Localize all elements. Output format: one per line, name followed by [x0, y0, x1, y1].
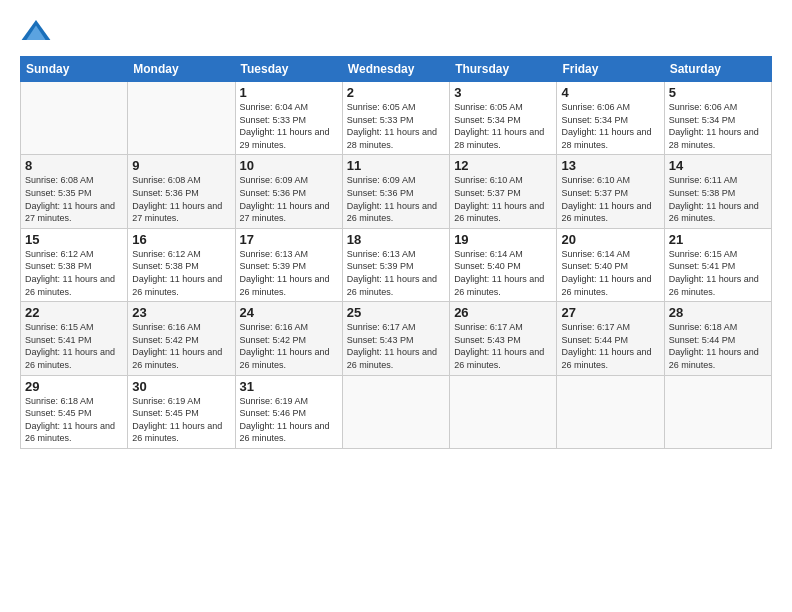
day-info: Sunrise: 6:06 AMSunset: 5:34 PMDaylight:… — [561, 101, 659, 151]
day-info: Sunrise: 6:05 AMSunset: 5:33 PMDaylight:… — [347, 101, 445, 151]
day-number: 9 — [132, 158, 230, 173]
day-info: Sunrise: 6:09 AMSunset: 5:36 PMDaylight:… — [347, 174, 445, 224]
calendar-cell: 13 Sunrise: 6:10 AMSunset: 5:37 PMDaylig… — [557, 155, 664, 228]
day-number: 26 — [454, 305, 552, 320]
calendar-cell: 17 Sunrise: 6:13 AMSunset: 5:39 PMDaylig… — [235, 228, 342, 301]
calendar-cell: 31 Sunrise: 6:19 AMSunset: 5:46 PMDaylig… — [235, 375, 342, 448]
day-info: Sunrise: 6:08 AMSunset: 5:35 PMDaylight:… — [25, 174, 123, 224]
day-number: 21 — [669, 232, 767, 247]
day-info: Sunrise: 6:09 AMSunset: 5:36 PMDaylight:… — [240, 174, 338, 224]
day-number: 16 — [132, 232, 230, 247]
logo-icon — [20, 16, 52, 48]
day-number: 29 — [25, 379, 123, 394]
day-info: Sunrise: 6:06 AMSunset: 5:34 PMDaylight:… — [669, 101, 767, 151]
calendar-cell — [450, 375, 557, 448]
day-header-thursday: Thursday — [450, 57, 557, 82]
day-number: 3 — [454, 85, 552, 100]
day-number: 27 — [561, 305, 659, 320]
day-info: Sunrise: 6:10 AMSunset: 5:37 PMDaylight:… — [561, 174, 659, 224]
day-number: 10 — [240, 158, 338, 173]
day-info: Sunrise: 6:08 AMSunset: 5:36 PMDaylight:… — [132, 174, 230, 224]
calendar-cell: 5 Sunrise: 6:06 AMSunset: 5:34 PMDayligh… — [664, 82, 771, 155]
calendar-cell: 1 Sunrise: 6:04 AMSunset: 5:33 PMDayligh… — [235, 82, 342, 155]
calendar-cell: 4 Sunrise: 6:06 AMSunset: 5:34 PMDayligh… — [557, 82, 664, 155]
day-info: Sunrise: 6:15 AMSunset: 5:41 PMDaylight:… — [25, 321, 123, 371]
day-number: 18 — [347, 232, 445, 247]
calendar-cell: 26 Sunrise: 6:17 AMSunset: 5:43 PMDaylig… — [450, 302, 557, 375]
day-number: 23 — [132, 305, 230, 320]
day-number: 28 — [669, 305, 767, 320]
day-number: 1 — [240, 85, 338, 100]
calendar-week-row: 15 Sunrise: 6:12 AMSunset: 5:38 PMDaylig… — [21, 228, 772, 301]
header — [20, 16, 772, 48]
day-number: 5 — [669, 85, 767, 100]
day-info: Sunrise: 6:11 AMSunset: 5:38 PMDaylight:… — [669, 174, 767, 224]
calendar-cell: 9 Sunrise: 6:08 AMSunset: 5:36 PMDayligh… — [128, 155, 235, 228]
calendar-cell: 30 Sunrise: 6:19 AMSunset: 5:45 PMDaylig… — [128, 375, 235, 448]
day-header-tuesday: Tuesday — [235, 57, 342, 82]
logo — [20, 16, 56, 48]
calendar-cell: 23 Sunrise: 6:16 AMSunset: 5:42 PMDaylig… — [128, 302, 235, 375]
day-info: Sunrise: 6:15 AMSunset: 5:41 PMDaylight:… — [669, 248, 767, 298]
day-number: 13 — [561, 158, 659, 173]
calendar-cell: 15 Sunrise: 6:12 AMSunset: 5:38 PMDaylig… — [21, 228, 128, 301]
calendar-cell: 22 Sunrise: 6:15 AMSunset: 5:41 PMDaylig… — [21, 302, 128, 375]
calendar-cell — [342, 375, 449, 448]
calendar-cell: 29 Sunrise: 6:18 AMSunset: 5:45 PMDaylig… — [21, 375, 128, 448]
calendar-week-row: 1 Sunrise: 6:04 AMSunset: 5:33 PMDayligh… — [21, 82, 772, 155]
day-info: Sunrise: 6:18 AMSunset: 5:45 PMDaylight:… — [25, 395, 123, 445]
page: SundayMondayTuesdayWednesdayThursdayFrid… — [0, 0, 792, 459]
day-number: 15 — [25, 232, 123, 247]
day-header-friday: Friday — [557, 57, 664, 82]
calendar-cell: 14 Sunrise: 6:11 AMSunset: 5:38 PMDaylig… — [664, 155, 771, 228]
day-info: Sunrise: 6:14 AMSunset: 5:40 PMDaylight:… — [454, 248, 552, 298]
day-info: Sunrise: 6:16 AMSunset: 5:42 PMDaylight:… — [132, 321, 230, 371]
calendar-cell: 12 Sunrise: 6:10 AMSunset: 5:37 PMDaylig… — [450, 155, 557, 228]
day-number: 11 — [347, 158, 445, 173]
day-info: Sunrise: 6:13 AMSunset: 5:39 PMDaylight:… — [347, 248, 445, 298]
day-number: 2 — [347, 85, 445, 100]
day-number: 20 — [561, 232, 659, 247]
day-info: Sunrise: 6:19 AMSunset: 5:45 PMDaylight:… — [132, 395, 230, 445]
day-info: Sunrise: 6:17 AMSunset: 5:44 PMDaylight:… — [561, 321, 659, 371]
day-number: 17 — [240, 232, 338, 247]
day-header-wednesday: Wednesday — [342, 57, 449, 82]
calendar-cell: 24 Sunrise: 6:16 AMSunset: 5:42 PMDaylig… — [235, 302, 342, 375]
day-number: 30 — [132, 379, 230, 394]
day-info: Sunrise: 6:17 AMSunset: 5:43 PMDaylight:… — [347, 321, 445, 371]
day-number: 12 — [454, 158, 552, 173]
day-number: 19 — [454, 232, 552, 247]
day-number: 4 — [561, 85, 659, 100]
calendar-cell: 2 Sunrise: 6:05 AMSunset: 5:33 PMDayligh… — [342, 82, 449, 155]
calendar-cell: 21 Sunrise: 6:15 AMSunset: 5:41 PMDaylig… — [664, 228, 771, 301]
calendar: SundayMondayTuesdayWednesdayThursdayFrid… — [20, 56, 772, 449]
day-number: 8 — [25, 158, 123, 173]
day-info: Sunrise: 6:19 AMSunset: 5:46 PMDaylight:… — [240, 395, 338, 445]
day-number: 31 — [240, 379, 338, 394]
day-number: 24 — [240, 305, 338, 320]
calendar-week-row: 29 Sunrise: 6:18 AMSunset: 5:45 PMDaylig… — [21, 375, 772, 448]
calendar-week-row: 8 Sunrise: 6:08 AMSunset: 5:35 PMDayligh… — [21, 155, 772, 228]
calendar-cell: 16 Sunrise: 6:12 AMSunset: 5:38 PMDaylig… — [128, 228, 235, 301]
day-info: Sunrise: 6:10 AMSunset: 5:37 PMDaylight:… — [454, 174, 552, 224]
calendar-cell — [664, 375, 771, 448]
calendar-cell: 10 Sunrise: 6:09 AMSunset: 5:36 PMDaylig… — [235, 155, 342, 228]
day-header-monday: Monday — [128, 57, 235, 82]
day-info: Sunrise: 6:18 AMSunset: 5:44 PMDaylight:… — [669, 321, 767, 371]
day-info: Sunrise: 6:13 AMSunset: 5:39 PMDaylight:… — [240, 248, 338, 298]
day-info: Sunrise: 6:12 AMSunset: 5:38 PMDaylight:… — [25, 248, 123, 298]
calendar-cell: 20 Sunrise: 6:14 AMSunset: 5:40 PMDaylig… — [557, 228, 664, 301]
calendar-cell: 8 Sunrise: 6:08 AMSunset: 5:35 PMDayligh… — [21, 155, 128, 228]
calendar-cell: 27 Sunrise: 6:17 AMSunset: 5:44 PMDaylig… — [557, 302, 664, 375]
day-header-saturday: Saturday — [664, 57, 771, 82]
calendar-week-row: 22 Sunrise: 6:15 AMSunset: 5:41 PMDaylig… — [21, 302, 772, 375]
calendar-cell: 28 Sunrise: 6:18 AMSunset: 5:44 PMDaylig… — [664, 302, 771, 375]
calendar-cell — [21, 82, 128, 155]
calendar-header-row: SundayMondayTuesdayWednesdayThursdayFrid… — [21, 57, 772, 82]
day-info: Sunrise: 6:16 AMSunset: 5:42 PMDaylight:… — [240, 321, 338, 371]
calendar-cell: 11 Sunrise: 6:09 AMSunset: 5:36 PMDaylig… — [342, 155, 449, 228]
day-number: 25 — [347, 305, 445, 320]
day-info: Sunrise: 6:17 AMSunset: 5:43 PMDaylight:… — [454, 321, 552, 371]
day-number: 14 — [669, 158, 767, 173]
day-info: Sunrise: 6:12 AMSunset: 5:38 PMDaylight:… — [132, 248, 230, 298]
